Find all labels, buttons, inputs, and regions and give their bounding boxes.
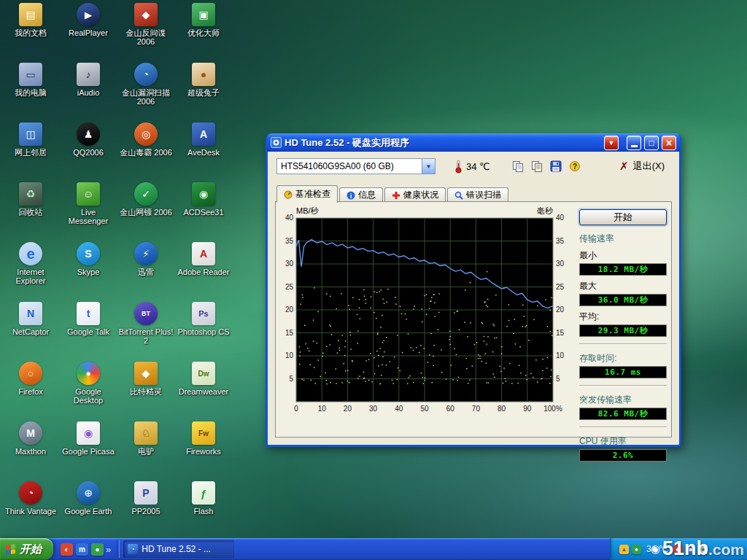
desktop-icon-network-places[interactable]: ◫网上邻居: [3, 122, 58, 157]
save-icon[interactable]: [549, 159, 564, 174]
quick-launch-icon-1[interactable]: ◐: [61, 543, 73, 556]
skype-icon: S: [77, 242, 100, 265]
desktop-icon-label: Flash: [176, 507, 231, 516]
desktop-icon-iaudio[interactable]: ♪iAudio: [61, 63, 116, 97]
desktop-icon-live-messenger[interactable]: ☺Live Messenger: [61, 182, 116, 225]
desktop-icon-xunlei-thunder[interactable]: ⚡迅雷: [118, 242, 174, 276]
desktop-icon-youhua-dashi[interactable]: ▣优化大师: [176, 3, 231, 37]
desktop-icon-label: Google Talk: [61, 327, 116, 336]
desktop-icon-google-picasa[interactable]: ◉Google Picasa: [61, 421, 116, 456]
desktop-icon-label: BitTorrent Plus! 2: [118, 327, 174, 345]
desktop-icon-super-rabbit[interactable]: ●超级兔子: [176, 63, 231, 97]
my-computer-icon: ▭: [19, 63, 42, 86]
desktop-icon-firefox[interactable]: ○Firefox: [3, 362, 58, 396]
download-drop-button[interactable]: ▼: [604, 136, 619, 150]
tray-icon-1[interactable]: ▲: [619, 545, 629, 554]
svg-text:0: 0: [294, 405, 298, 413]
exit-button[interactable]: ✗ 退出(X): [614, 158, 670, 174]
desktop-icon-google-earth[interactable]: ⊕Google Earth: [61, 481, 116, 516]
desktop-icon-acdsee[interactable]: ◉ACDSee31: [176, 182, 231, 217]
desktop-icon-dreamweaver[interactable]: DwDreamweaver: [176, 362, 231, 396]
desktop-icon-label: 金山反间谍 2006: [118, 28, 174, 46]
tab-benchmark[interactable]: 基准检查: [276, 185, 338, 203]
desktop-icon-label: AveDesk: [176, 148, 231, 157]
google-picasa-icon: ◉: [77, 421, 100, 445]
tab-error-scan[interactable]: 错误扫描: [447, 187, 508, 202]
cpu-usage-header: CPU 使用率: [579, 435, 667, 448]
desktop-icon-edonkey[interactable]: ♘电驴: [118, 421, 174, 456]
desktop-icon-kingsoft-antispyware[interactable]: ◆金山反间谍 2006: [118, 3, 174, 46]
adobe-reader-icon: A: [192, 242, 215, 265]
help-icon[interactable]: ?: [568, 159, 583, 174]
svg-text:40: 40: [395, 405, 403, 413]
desktop-icon-maxthon[interactable]: MMaxthon: [3, 421, 58, 456]
desktop-icon-fireworks[interactable]: FwFireworks: [176, 421, 231, 456]
desktop-icon-label: 超级兔子: [176, 88, 231, 97]
results-panel: 开始 传输速率 最小 18.2 MB/秒 最大 36.0 MB/秒 平均: 29…: [579, 209, 667, 462]
desktop-icon-kingsoft-vulnscan[interactable]: ◔金山漏洞扫描 2006: [118, 63, 174, 106]
taskbar-separator: [117, 540, 120, 558]
desktop-icon-bittorrent-plus[interactable]: BTBitTorrent Plus! 2: [118, 302, 174, 345]
desktop-icon-kingsoft-duba[interactable]: ◎金山毒霸 2006: [118, 122, 174, 157]
kingsoft-netguard-icon: ✓: [134, 182, 158, 206]
avedesk-icon: A: [192, 122, 215, 146]
bittorrent-plus-icon: BT: [134, 302, 158, 325]
svg-text:30: 30: [556, 260, 565, 268]
svg-text:35: 35: [285, 237, 294, 245]
tab-health[interactable]: 健康状况: [384, 187, 446, 202]
svg-text:10: 10: [285, 351, 294, 359]
drive-select[interactable]: HTS541060G9SA00 (60 GB) ▼: [276, 158, 436, 174]
desktop-icon-realplayer[interactable]: ▶RealPlayer: [61, 3, 116, 37]
exit-label: 退出(X): [633, 160, 665, 173]
quick-launch-icon-2[interactable]: m: [76, 543, 88, 556]
taskbar-task-hdtune[interactable]: ◔ HD Tune 2.52 - ...: [123, 540, 234, 558]
desktop-icon-recycle-bin[interactable]: ♻回收站: [3, 182, 58, 217]
desktop-icon-my-computer[interactable]: ▭我的电脑: [3, 63, 58, 97]
desktop: ▤我的文档▶RealPlayer◆金山反间谍 2006▣优化大师▭我的电脑♪iA…: [0, 0, 747, 560]
desktop-icon-avedesk[interactable]: AAveDesk: [176, 122, 231, 157]
tab-bar: 基准检查 i 信息 健康状况 错误扫描: [276, 185, 670, 202]
svg-text:70: 70: [472, 405, 481, 413]
window-title: HD Tune 2.52 - 硬盘实用程序: [285, 136, 601, 149]
tray-icon-2[interactable]: ●: [632, 545, 641, 554]
desktop-icon-flash[interactable]: ƒFlash: [176, 481, 231, 516]
min-value: 18.2 MB/秒: [579, 263, 667, 276]
svg-text:90: 90: [523, 405, 532, 413]
start-benchmark-button[interactable]: 开始: [579, 209, 667, 225]
desktop-icon-netcaptor[interactable]: NNetCaptor: [3, 302, 58, 336]
minimize-button[interactable]: [627, 136, 641, 150]
copy-screenshot-icon[interactable]: [511, 159, 526, 174]
desktop-icon-google-desktop[interactable]: ●Google Desktop: [61, 362, 116, 405]
desktop-icon-my-documents[interactable]: ▤我的文档: [3, 3, 58, 37]
desktop-icon-label: Google Picasa: [61, 447, 116, 456]
desktop-icon-photoshop-cs[interactable]: PsPhotoshop CS: [176, 302, 231, 336]
desktop-icon-google-talk[interactable]: tGoogle Talk: [61, 302, 116, 336]
close-button[interactable]: ×: [662, 136, 676, 150]
dropdown-arrow-icon[interactable]: ▼: [422, 159, 435, 174]
maximize-button[interactable]: □: [644, 136, 659, 150]
copy-text-icon[interactable]: [530, 159, 545, 174]
desktop-icon-label: QQ2006: [61, 148, 116, 157]
window-titlebar[interactable]: HD Tune 2.52 - 硬盘实用程序 ▼ □ ×: [267, 133, 680, 152]
svg-text:40: 40: [285, 214, 294, 222]
desktop-icon-kingsoft-netguard[interactable]: ✓金山网镖 2006: [118, 182, 174, 217]
desktop-icon-pp2005[interactable]: PPP2005: [118, 481, 174, 516]
desktop-icon-label: 我的文档: [3, 28, 58, 37]
desktop-icon-label: Skype: [61, 268, 116, 276]
quick-launch-overflow-chevron[interactable]: »: [106, 544, 111, 555]
start-menu-button[interactable]: 开始: [0, 538, 53, 560]
quick-launch-icon-3[interactable]: ●: [91, 543, 104, 556]
desktop-icon-skype[interactable]: SSkype: [61, 242, 116, 276]
desktop-icon-bitspirit[interactable]: ◆比特精灵: [118, 362, 174, 396]
desktop-icon-qq2006[interactable]: ♟QQ2006: [61, 122, 116, 157]
desktop-icon-adobe-reader[interactable]: AAdobe Reader: [176, 242, 231, 276]
svg-text:10: 10: [556, 351, 565, 359]
qq2006-icon: ♟: [77, 122, 100, 146]
tray-icons-left: ▲●: [619, 545, 641, 554]
tab-info[interactable]: i 信息: [339, 187, 383, 202]
desktop-icon-label: Think Vantage: [3, 507, 58, 516]
desktop-icon-think-vantage[interactable]: ◔Think Vantage: [3, 481, 58, 516]
netcaptor-icon: N: [19, 302, 42, 325]
desktop-icon-internet-explorer[interactable]: eInternet Explorer: [3, 242, 58, 285]
fireworks-icon: Fw: [192, 421, 215, 445]
